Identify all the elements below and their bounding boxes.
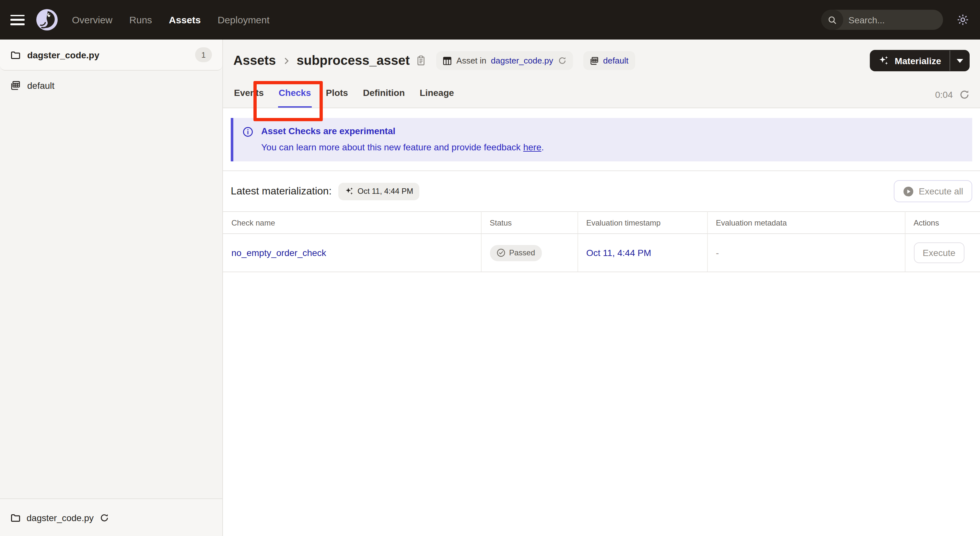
execute-all-button[interactable]: Execute all — [894, 180, 972, 202]
sidebar-item-label: default — [27, 80, 54, 91]
banner-title: Asset Checks are experimental — [261, 126, 544, 136]
asset-tabs: Events Checks Plots Definition Lineage 0… — [233, 84, 970, 108]
code-location-link[interactable]: dagster_code.py — [491, 56, 553, 65]
copy-icon[interactable] — [416, 55, 426, 66]
search-icon — [821, 10, 843, 30]
checks-table: Check name Status Evaluation timestamp E… — [223, 211, 980, 272]
status-badge: Passed — [490, 245, 541, 261]
chevron-down-icon — [957, 59, 963, 62]
dagster-logo[interactable] — [36, 9, 58, 30]
breadcrumb-assets[interactable]: Assets — [233, 53, 276, 68]
latest-materialization-badge[interactable]: Oct 11, 4:44 PM — [338, 183, 420, 200]
asset-group-icon — [590, 56, 598, 65]
timer-value: 0:04 — [935, 89, 953, 100]
group-link[interactable]: default — [603, 56, 628, 65]
topbar-right: / — [821, 10, 970, 30]
sparkle-icon — [878, 55, 889, 66]
latest-materialization-time: Oct 11, 4:44 PM — [358, 187, 413, 196]
sidebar-item-label: dagster_code.py — [27, 49, 100, 60]
execute-button[interactable]: Execute — [913, 242, 964, 263]
nav-item-runs[interactable]: Runs — [129, 14, 152, 25]
col-evaluation-timestamp: Evaluation timestamp — [578, 212, 707, 234]
sidebar-item-default-group[interactable]: default — [0, 71, 222, 100]
tab-checks[interactable]: Checks — [278, 84, 312, 108]
tab-lineage[interactable]: Lineage — [419, 84, 455, 108]
refresh-timer: 0:04 — [935, 89, 970, 108]
feedback-link[interactable]: here — [523, 142, 541, 152]
asset-in-label: Asset in — [456, 56, 487, 65]
search-input[interactable] — [843, 14, 943, 25]
sparkle-icon — [345, 187, 353, 196]
table-header-row: Check name Status Evaluation timestamp E… — [223, 212, 980, 234]
evaluation-timestamp-link[interactable]: Oct 11, 4:44 PM — [586, 248, 651, 258]
top-nav-bar: Overview Runs Assets Deployment / — [0, 0, 980, 40]
col-status: Status — [481, 212, 578, 234]
sidebar-footer-code-location[interactable]: dagster_code.py — [0, 498, 222, 536]
banner-body: You can learn more about this new featur… — [261, 142, 544, 152]
nav-item-overview[interactable]: Overview — [72, 14, 113, 25]
materialize-dropdown-button[interactable] — [950, 50, 970, 71]
materialize-split-button: Materialize — [870, 50, 970, 71]
code-location-label: dagster_code.py — [27, 512, 94, 523]
status-label: Passed — [509, 248, 535, 257]
global-search[interactable]: / — [821, 10, 943, 30]
asset-sidebar: dagster_code.py 1 default dagster_code.p… — [0, 40, 223, 536]
breadcrumb: Assets subprocess_asset Asset in dagster… — [233, 50, 970, 71]
check-circle-icon — [496, 248, 505, 257]
materialize-button[interactable]: Materialize — [870, 50, 950, 71]
col-actions: Actions — [905, 212, 980, 234]
nav-item-assets[interactable]: Assets — [169, 14, 200, 25]
execute-all-label: Execute all — [919, 186, 963, 196]
asset-table-icon — [443, 56, 452, 65]
col-check-name: Check name — [223, 212, 481, 234]
main-nav: Overview Runs Assets Deployment — [72, 14, 270, 25]
folder-icon — [10, 512, 21, 523]
checks-tab-content: Asset Checks are experimental You can le… — [223, 108, 980, 536]
evaluation-metadata-value: - — [716, 248, 719, 258]
asset-definition-badge[interactable]: Asset in dagster_code.py — [436, 51, 573, 70]
info-icon — [242, 126, 253, 152]
main-panel: Assets subprocess_asset Asset in dagster… — [223, 40, 980, 536]
nav-item-deployment[interactable]: Deployment — [218, 14, 270, 25]
sidebar-item-dagster-code[interactable]: dagster_code.py 1 — [0, 40, 222, 71]
hamburger-menu-icon[interactable] — [10, 14, 25, 25]
latest-materialization-row: Latest materialization: Oct 11, 4:44 PM … — [223, 171, 980, 211]
experimental-banner: Asset Checks are experimental You can le… — [231, 118, 972, 161]
asset-group-icon — [10, 80, 21, 91]
asset-header: Assets subprocess_asset Asset in dagster… — [223, 40, 980, 108]
dagster-app: Overview Runs Assets Deployment / — [0, 0, 980, 536]
chevron-right-icon — [282, 56, 291, 65]
latest-materialization-label: Latest materialization: — [231, 185, 331, 197]
table-row: no_empty_order_check Passed Oct 11, 4:44… — [223, 234, 980, 272]
reload-icon[interactable] — [558, 56, 566, 65]
reload-icon[interactable] — [100, 513, 108, 522]
col-evaluation-metadata: Evaluation metadata — [707, 212, 905, 234]
banner-text: You can learn more about this new featur… — [261, 142, 523, 152]
asset-group-badge[interactable]: default — [583, 51, 635, 70]
materialize-label: Materialize — [895, 56, 941, 66]
folder-icon — [10, 49, 21, 60]
check-name-link[interactable]: no_empty_order_check — [231, 248, 326, 258]
tab-definition[interactable]: Definition — [362, 84, 406, 108]
banner-suffix: . — [541, 142, 544, 152]
breadcrumb-asset-name: subprocess_asset — [296, 53, 410, 68]
tab-plots[interactable]: Plots — [325, 84, 348, 108]
play-circle-icon — [902, 186, 913, 197]
asset-count-badge: 1 — [195, 47, 212, 62]
settings-gear-icon[interactable] — [956, 13, 970, 27]
tab-events[interactable]: Events — [233, 84, 264, 108]
refresh-icon[interactable] — [959, 89, 970, 100]
